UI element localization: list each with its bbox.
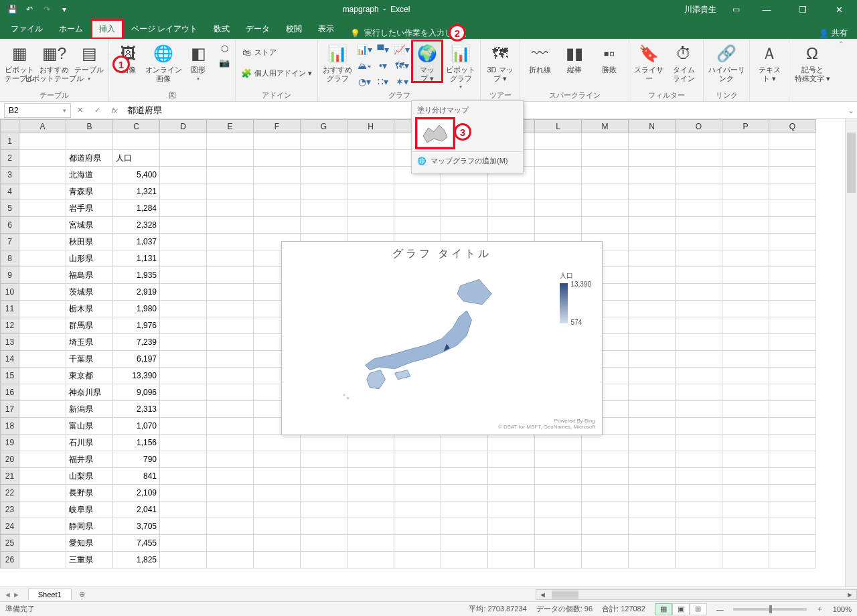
sheet-tab-sheet1[interactable]: Sheet1	[28, 589, 72, 600]
pivotchart-icon: 📊	[450, 43, 471, 64]
redo-button[interactable]: ↷	[39, 1, 55, 17]
line-chart-icon[interactable]: 📈▾	[393, 42, 410, 57]
slicer-button[interactable]: 🔖スライサー	[632, 40, 666, 82]
new-sheet-button[interactable]: ⊕	[76, 590, 89, 599]
sheet-nav-next[interactable]: ►	[13, 591, 20, 599]
ribbon-tabs: ファイル ホーム 挿入 ページ レイアウト 数式 データ 校閲 表示 💡 実行し…	[0, 19, 857, 39]
enter-formula-button[interactable]: ✓	[88, 106, 106, 114]
pivot-icon: ▦	[9, 43, 30, 64]
share-button[interactable]: 👤 共有	[809, 27, 857, 39]
tab-home[interactable]: ホーム	[51, 19, 91, 39]
chart-title[interactable]: グラフ タイトル	[282, 242, 602, 261]
group-charts-label: グラフ	[321, 90, 477, 101]
my-addins-button[interactable]: 🧩個人用アドイン ▾	[238, 66, 315, 80]
zoom-in-button[interactable]: ＋	[816, 604, 824, 614]
text-icon: Ａ	[759, 43, 780, 64]
bar-chart-icon[interactable]: ▀▾	[374, 42, 392, 57]
slicer-icon: 🔖	[638, 43, 659, 64]
store-button[interactable]: 🛍ストア	[238, 46, 315, 59]
recommended-charts-button[interactable]: 📊おすすめ グラフ	[321, 40, 354, 82]
rec-pivot-icon: ▦?	[44, 43, 65, 64]
hyperlink-button[interactable]: 🔗ハイパーリンク	[706, 40, 747, 82]
zoom-level[interactable]: 100%	[833, 605, 852, 613]
table-button[interactable]: ▤テーブル▾	[72, 40, 106, 82]
sheet-tab-bar: ◄ ► Sheet1 ⊕ ◄►	[0, 587, 857, 601]
tab-insert[interactable]: 挿入	[91, 19, 123, 39]
group-links-label: リンク	[706, 90, 747, 101]
online-pictures-button[interactable]: 🌐オンライン 画像	[147, 40, 180, 82]
pivot-chart-button[interactable]: 📊ピボットグラフ▾	[444, 40, 477, 90]
shapes-button[interactable]: ◧図形▾	[181, 40, 215, 82]
text-button[interactable]: Ａテキス ト ▾	[753, 40, 786, 82]
collapse-ribbon-button[interactable]: ⌃	[837, 39, 845, 49]
timeline-button[interactable]: ⏱タイム ライン	[667, 40, 700, 82]
page-break-view-button[interactable]: ⊞	[690, 603, 707, 615]
expand-formula-button[interactable]: ⌄	[845, 106, 857, 115]
fx-button[interactable]: fx	[106, 106, 123, 114]
window-title: mapgraph - Excel	[72, 5, 680, 14]
sheet-nav-prev[interactable]: ◄	[4, 591, 11, 599]
tab-review[interactable]: 校閲	[278, 19, 310, 39]
minimize-button[interactable]: —	[751, 0, 782, 19]
sparkline-winloss-button[interactable]: ▪▫勝敗	[593, 40, 626, 74]
vertical-scrollbar[interactable]	[845, 119, 857, 587]
timeline-icon: ⏱	[673, 43, 694, 64]
surface-chart-icon[interactable]: ✶▾	[393, 74, 410, 89]
undo-button[interactable]: ↶	[21, 1, 37, 17]
symbols-button[interactable]: Ω記号と 特殊文字 ▾	[792, 40, 832, 82]
globe-small-icon: 🌐	[417, 157, 426, 165]
svg-point-1	[343, 394, 345, 396]
globe-icon: 🌍	[416, 43, 438, 64]
sparkline-column-button[interactable]: ▮▮縦棒	[558, 40, 591, 74]
normal-view-button[interactable]: ▦	[655, 603, 672, 615]
tab-formulas[interactable]: 数式	[206, 19, 238, 39]
maps-button[interactable]: 🌍マッ プ ▾	[412, 40, 443, 82]
combo-chart-icon[interactable]: 🗺▾	[393, 58, 410, 73]
status-bar: 準備完了 平均: 2703.87234 データの個数: 96 合計: 12708…	[0, 601, 857, 616]
cancel-formula-button[interactable]: ✕	[71, 106, 88, 114]
zoom-out-button[interactable]: —	[716, 605, 724, 613]
column-chart-icon[interactable]: 📊▾	[356, 42, 373, 57]
view-buttons[interactable]: ▦ ▣ ⊞	[655, 603, 707, 615]
worksheet-grid[interactable]: ABCDEFGHIJKLMNOPQ12都道府県人口3北海道5,4004青森県1,…	[0, 119, 857, 587]
tab-file[interactable]: ファイル	[3, 19, 51, 39]
restore-button[interactable]: ❐	[787, 0, 818, 19]
area-chart-icon[interactable]: ⛰▾	[356, 58, 373, 73]
3d-map-button[interactable]: 🗺3D マッ プ ▾	[483, 40, 517, 82]
group-tables-label: テーブル	[3, 90, 106, 101]
filled-map-option[interactable]	[417, 119, 453, 147]
maps-dropdown-header: 塗り分けマップ	[412, 104, 523, 118]
title-bar: 💾 ↶ ↷ ▾ mapgraph - Excel 川添貴生 ▭ — ❐ ✕	[0, 0, 857, 19]
group-addins-label: アドイン	[238, 90, 315, 101]
sparkline-line-button[interactable]: 〰折れ線	[523, 40, 556, 74]
screenshot-button[interactable]: 📷	[216, 56, 232, 69]
customize-qat-button[interactable]: ▾	[56, 1, 72, 17]
add-map-charts-button[interactable]: 🌐マップグラフの追加(M)	[412, 151, 523, 170]
horizontal-scrollbar[interactable]: ◄►	[536, 589, 857, 600]
tab-page-layout[interactable]: ページ レイアウト	[123, 19, 206, 39]
tab-view[interactable]: 表示	[310, 19, 342, 39]
svg-point-0	[347, 397, 349, 400]
tab-data[interactable]: データ	[238, 19, 278, 39]
recommended-pivot-button[interactable]: ▦?おすすめ ピボットテーブル	[37, 40, 71, 82]
status-sum: 合計: 127082	[602, 604, 645, 614]
name-box[interactable]: B2▾	[4, 103, 71, 118]
pie-chart-icon[interactable]: ◔▾	[356, 74, 373, 89]
smartart-button[interactable]: ⬡	[216, 42, 232, 55]
map-chart[interactable]: グラフ タイトル 人口 13,390574 Powered By Bing © …	[281, 241, 603, 435]
spark-wl-icon: ▪▫	[599, 43, 620, 64]
chart-type-gallery[interactable]: 📊▾▀▾📈▾ ⛰▾•▾🗺▾ ◔▾∷▾✶▾	[356, 40, 410, 89]
ribbon-options-icon[interactable]: ▭	[726, 5, 746, 14]
chart-legend: 人口 13,390574	[560, 271, 591, 326]
callout-3: 3	[454, 123, 471, 141]
save-button[interactable]: 💾	[4, 1, 20, 17]
stat-chart-icon[interactable]: •▾	[374, 58, 392, 73]
chart-credit: Powered By Bing © DSAT for MSFT, GeoName…	[498, 418, 595, 431]
zoom-slider[interactable]	[733, 608, 807, 611]
page-layout-view-button[interactable]: ▣	[672, 603, 690, 615]
close-button[interactable]: ✕	[824, 0, 854, 19]
scatter-chart-icon[interactable]: ∷▾	[374, 74, 392, 89]
status-average: 平均: 2703.87234	[469, 604, 526, 614]
addin-icon: 🧩	[241, 68, 252, 78]
group-filter-label: フィルター	[632, 90, 700, 101]
